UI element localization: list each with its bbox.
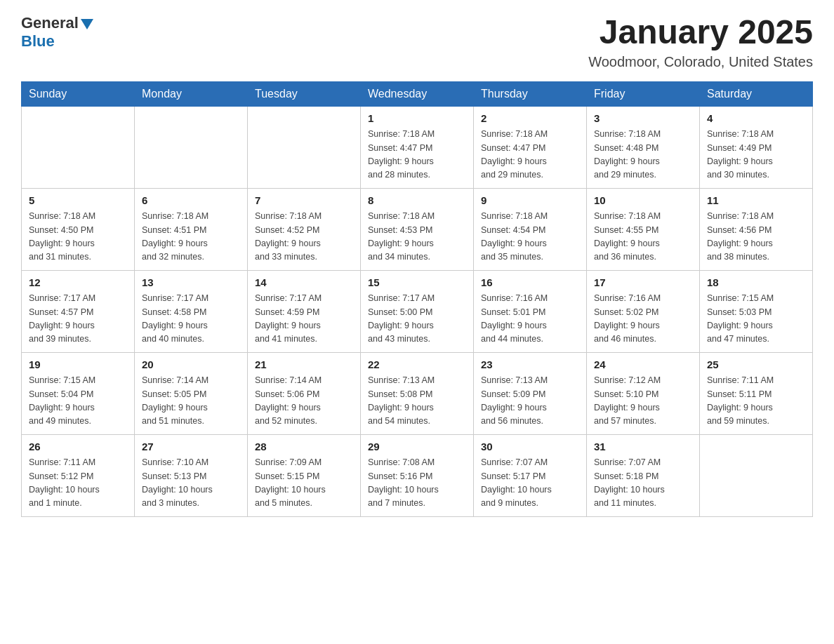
day-info: Sunrise: 7:07 AM Sunset: 5:17 PM Dayligh… (481, 456, 579, 511)
calendar-cell: 29Sunrise: 7:08 AM Sunset: 5:16 PM Dayli… (361, 434, 474, 516)
column-header-tuesday: Tuesday (248, 81, 361, 106)
day-number: 24 (594, 357, 692, 373)
column-header-wednesday: Wednesday (361, 81, 474, 106)
calendar-cell: 8Sunrise: 7:18 AM Sunset: 4:53 PM Daylig… (361, 188, 474, 270)
calendar-header-row: SundayMondayTuesdayWednesdayThursdayFrid… (22, 81, 813, 106)
calendar-table: SundayMondayTuesdayWednesdayThursdayFrid… (21, 81, 813, 517)
calendar-cell: 28Sunrise: 7:09 AM Sunset: 5:15 PM Dayli… (248, 434, 361, 516)
calendar-cell: 23Sunrise: 7:13 AM Sunset: 5:09 PM Dayli… (474, 352, 587, 434)
day-number: 3 (594, 111, 692, 127)
day-number: 8 (368, 193, 466, 209)
day-number: 14 (255, 275, 353, 291)
calendar-cell: 3Sunrise: 7:18 AM Sunset: 4:48 PM Daylig… (587, 106, 700, 188)
title-block: January 2025 Woodmoor, Colorado, United … (588, 14, 813, 70)
page-header: General Blue January 2025 Woodmoor, Colo… (21, 14, 813, 70)
day-info: Sunrise: 7:18 AM Sunset: 4:52 PM Dayligh… (255, 210, 353, 264)
calendar-cell (700, 434, 813, 516)
month-title: January 2025 (588, 14, 813, 51)
day-number: 26 (29, 439, 127, 455)
day-info: Sunrise: 7:10 AM Sunset: 5:13 PM Dayligh… (142, 456, 240, 511)
day-info: Sunrise: 7:17 AM Sunset: 5:00 PM Dayligh… (368, 292, 466, 347)
day-info: Sunrise: 7:18 AM Sunset: 4:47 PM Dayligh… (481, 128, 579, 182)
calendar-week-1: 1Sunrise: 7:18 AM Sunset: 4:47 PM Daylig… (22, 106, 813, 188)
calendar-cell: 31Sunrise: 7:07 AM Sunset: 5:18 PM Dayli… (587, 434, 700, 516)
day-number: 25 (707, 357, 805, 373)
calendar-cell: 26Sunrise: 7:11 AM Sunset: 5:12 PM Dayli… (22, 434, 135, 516)
day-number: 21 (255, 357, 353, 373)
calendar-cell: 2Sunrise: 7:18 AM Sunset: 4:47 PM Daylig… (474, 106, 587, 188)
day-info: Sunrise: 7:17 AM Sunset: 4:59 PM Dayligh… (255, 292, 353, 347)
day-info: Sunrise: 7:18 AM Sunset: 4:47 PM Dayligh… (368, 128, 466, 182)
day-number: 1 (368, 111, 466, 127)
logo-triangle-icon (81, 19, 93, 29)
day-info: Sunrise: 7:17 AM Sunset: 4:57 PM Dayligh… (29, 292, 127, 347)
day-number: 13 (142, 275, 240, 291)
day-number: 12 (29, 275, 127, 291)
calendar-cell: 11Sunrise: 7:18 AM Sunset: 4:56 PM Dayli… (700, 188, 813, 270)
calendar-cell: 17Sunrise: 7:16 AM Sunset: 5:02 PM Dayli… (587, 270, 700, 352)
day-number: 5 (29, 193, 127, 209)
day-number: 30 (481, 439, 579, 455)
day-info: Sunrise: 7:07 AM Sunset: 5:18 PM Dayligh… (594, 456, 692, 511)
column-header-sunday: Sunday (22, 81, 135, 106)
day-info: Sunrise: 7:16 AM Sunset: 5:02 PM Dayligh… (594, 292, 692, 347)
day-info: Sunrise: 7:16 AM Sunset: 5:01 PM Dayligh… (481, 292, 579, 347)
calendar-cell: 18Sunrise: 7:15 AM Sunset: 5:03 PM Dayli… (700, 270, 813, 352)
day-number: 23 (481, 357, 579, 373)
day-info: Sunrise: 7:12 AM Sunset: 5:10 PM Dayligh… (594, 374, 692, 429)
calendar-cell: 30Sunrise: 7:07 AM Sunset: 5:17 PM Dayli… (474, 434, 587, 516)
day-number: 16 (481, 275, 579, 291)
logo: General Blue (21, 14, 93, 51)
calendar-cell: 16Sunrise: 7:16 AM Sunset: 5:01 PM Dayli… (474, 270, 587, 352)
day-number: 28 (255, 439, 353, 455)
day-info: Sunrise: 7:18 AM Sunset: 4:53 PM Dayligh… (368, 210, 466, 264)
day-number: 29 (368, 439, 466, 455)
calendar-cell: 25Sunrise: 7:11 AM Sunset: 5:11 PM Dayli… (700, 352, 813, 434)
day-info: Sunrise: 7:14 AM Sunset: 5:06 PM Dayligh… (255, 374, 353, 429)
calendar-week-2: 5Sunrise: 7:18 AM Sunset: 4:50 PM Daylig… (22, 188, 813, 270)
day-info: Sunrise: 7:18 AM Sunset: 4:49 PM Dayligh… (707, 128, 805, 182)
day-info: Sunrise: 7:13 AM Sunset: 5:08 PM Dayligh… (368, 374, 466, 429)
day-number: 17 (594, 275, 692, 291)
calendar-week-5: 26Sunrise: 7:11 AM Sunset: 5:12 PM Dayli… (22, 434, 813, 516)
day-number: 31 (594, 439, 692, 455)
day-number: 10 (594, 193, 692, 209)
day-number: 15 (368, 275, 466, 291)
calendar-cell: 4Sunrise: 7:18 AM Sunset: 4:49 PM Daylig… (700, 106, 813, 188)
calendar-cell: 22Sunrise: 7:13 AM Sunset: 5:08 PM Dayli… (361, 352, 474, 434)
calendar-cell: 21Sunrise: 7:14 AM Sunset: 5:06 PM Dayli… (248, 352, 361, 434)
day-number: 7 (255, 193, 353, 209)
day-number: 2 (481, 111, 579, 127)
calendar-week-4: 19Sunrise: 7:15 AM Sunset: 5:04 PM Dayli… (22, 352, 813, 434)
day-info: Sunrise: 7:08 AM Sunset: 5:16 PM Dayligh… (368, 456, 466, 511)
calendar-cell: 24Sunrise: 7:12 AM Sunset: 5:10 PM Dayli… (587, 352, 700, 434)
calendar-cell: 19Sunrise: 7:15 AM Sunset: 5:04 PM Dayli… (22, 352, 135, 434)
logo-general-text: General (21, 14, 79, 32)
calendar-cell (135, 106, 248, 188)
calendar-cell: 1Sunrise: 7:18 AM Sunset: 4:47 PM Daylig… (361, 106, 474, 188)
calendar-cell: 12Sunrise: 7:17 AM Sunset: 4:57 PM Dayli… (22, 270, 135, 352)
logo-blue-text: Blue (21, 32, 55, 51)
day-info: Sunrise: 7:11 AM Sunset: 5:12 PM Dayligh… (29, 456, 127, 511)
calendar-week-3: 12Sunrise: 7:17 AM Sunset: 4:57 PM Dayli… (22, 270, 813, 352)
day-number: 6 (142, 193, 240, 209)
day-number: 19 (29, 357, 127, 373)
day-info: Sunrise: 7:15 AM Sunset: 5:04 PM Dayligh… (29, 374, 127, 429)
day-info: Sunrise: 7:18 AM Sunset: 4:55 PM Dayligh… (594, 210, 692, 264)
day-number: 9 (481, 193, 579, 209)
day-number: 22 (368, 357, 466, 373)
day-info: Sunrise: 7:11 AM Sunset: 5:11 PM Dayligh… (707, 374, 805, 429)
calendar-cell: 27Sunrise: 7:10 AM Sunset: 5:13 PM Dayli… (135, 434, 248, 516)
day-info: Sunrise: 7:18 AM Sunset: 4:54 PM Dayligh… (481, 210, 579, 264)
day-info: Sunrise: 7:14 AM Sunset: 5:05 PM Dayligh… (142, 374, 240, 429)
day-number: 27 (142, 439, 240, 455)
calendar-cell: 15Sunrise: 7:17 AM Sunset: 5:00 PM Dayli… (361, 270, 474, 352)
day-info: Sunrise: 7:18 AM Sunset: 4:51 PM Dayligh… (142, 210, 240, 264)
day-number: 4 (707, 111, 805, 127)
day-info: Sunrise: 7:15 AM Sunset: 5:03 PM Dayligh… (707, 292, 805, 347)
day-number: 11 (707, 193, 805, 209)
calendar-cell: 20Sunrise: 7:14 AM Sunset: 5:05 PM Dayli… (135, 352, 248, 434)
calendar-cell: 9Sunrise: 7:18 AM Sunset: 4:54 PM Daylig… (474, 188, 587, 270)
calendar-cell: 10Sunrise: 7:18 AM Sunset: 4:55 PM Dayli… (587, 188, 700, 270)
column-header-thursday: Thursday (474, 81, 587, 106)
